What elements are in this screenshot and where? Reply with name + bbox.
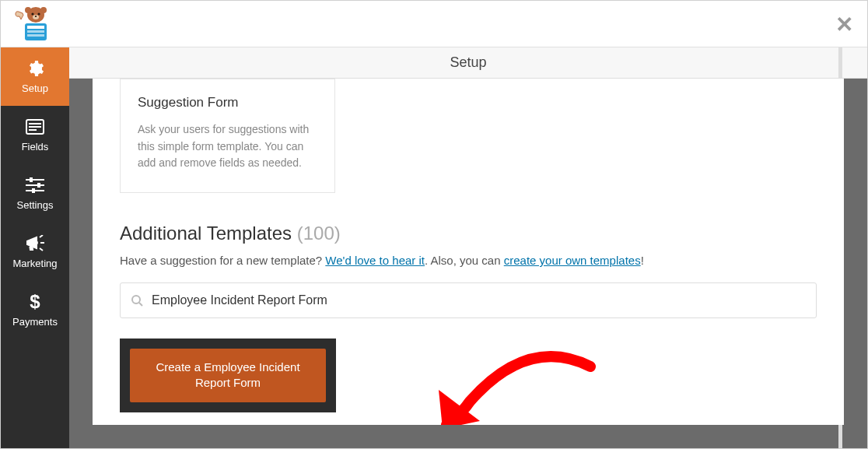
top-bar: ✕ (1, 1, 867, 47)
dollar-icon: $ (26, 293, 44, 311)
svg-point-3 (31, 12, 33, 15)
sidebar-item-marketing[interactable]: Marketing (1, 223, 69, 281)
svg-rect-14 (29, 129, 37, 131)
svg-rect-20 (32, 188, 35, 193)
svg-point-4 (37, 12, 40, 15)
template-card-desc: Ask your users for suggestions with this… (138, 121, 317, 172)
svg-rect-9 (27, 30, 44, 33)
template-card[interactable]: Suggestion Form Ask your users for sugge… (120, 79, 335, 193)
sliders-icon (26, 176, 44, 195)
svg-rect-18 (30, 177, 33, 182)
svg-line-23 (139, 303, 142, 306)
template-card-title: Suggestion Form (138, 95, 317, 110)
svg-point-6 (35, 16, 37, 17)
page-title-strip: Setup (69, 47, 867, 79)
svg-point-2 (40, 7, 47, 13)
gear-icon (26, 59, 44, 78)
content-area: Suggestion Form Ask your users for sugge… (93, 79, 844, 425)
suggestion-text: Have a suggestion for a new template? We… (120, 254, 817, 267)
result-card: Create a Employee Incident Report Form (120, 339, 336, 412)
svg-point-22 (132, 296, 140, 303)
close-icon[interactable]: ✕ (835, 12, 853, 37)
sidebar-item-settings[interactable]: Settings (1, 164, 69, 223)
sidebar-item-label: Payments (12, 316, 58, 328)
template-search-input[interactable] (120, 282, 817, 318)
search-icon (131, 294, 143, 310)
page-title: Setup (450, 54, 486, 71)
hear-it-link[interactable]: We'd love to hear it (325, 254, 425, 267)
create-templates-link[interactable]: create your own templates (504, 254, 641, 267)
sidebar-item-payments[interactable]: $ Payments (1, 281, 69, 339)
svg-rect-19 (37, 183, 40, 188)
svg-rect-8 (27, 26, 44, 29)
sidebar-item-label: Fields (22, 141, 49, 153)
sidebar-item-label: Setup (22, 82, 48, 94)
svg-rect-15 (26, 179, 44, 181)
sidebar-item-label: Marketing (12, 258, 57, 269)
list-icon (26, 118, 44, 136)
sidebar-item-label: Settings (17, 199, 54, 211)
section-title: Additional Templates (100) (120, 223, 817, 244)
svg-text:$: $ (30, 293, 40, 311)
sidebar-item-setup[interactable]: Setup (1, 47, 69, 106)
svg-point-1 (25, 7, 31, 13)
svg-rect-16 (26, 184, 44, 186)
create-template-button[interactable]: Create a Employee Incident Report Form (130, 349, 326, 402)
logo (12, 5, 59, 44)
svg-rect-10 (27, 34, 44, 37)
search-wrap (120, 282, 817, 318)
section-title-text: Additional Templates (120, 223, 292, 244)
sidebar: Setup Fields Settings Marketing $ Paymen… (1, 47, 69, 448)
sidebar-item-fields[interactable]: Fields (1, 106, 69, 164)
svg-rect-13 (29, 126, 41, 128)
main-panel: Setup Suggestion Form Ask your users for… (69, 47, 867, 448)
section-count: (100) (297, 223, 341, 244)
bullhorn-icon (26, 234, 44, 253)
svg-rect-12 (29, 123, 41, 125)
